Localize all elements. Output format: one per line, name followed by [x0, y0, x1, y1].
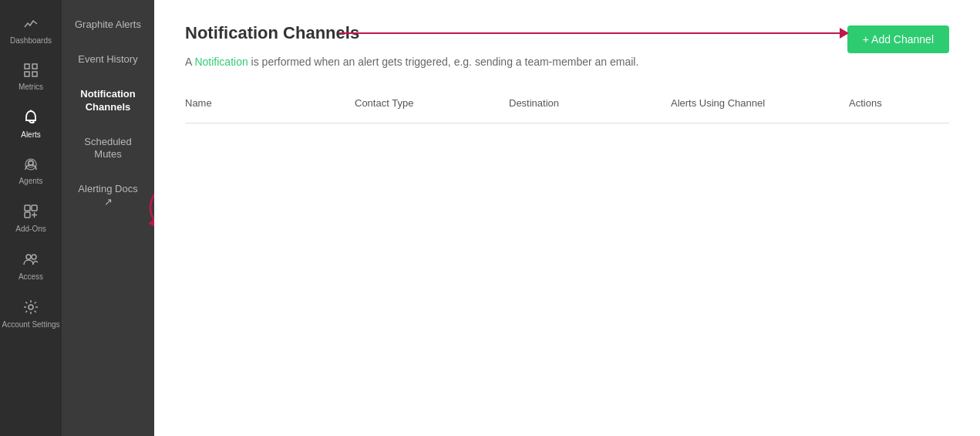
main-content: Notification Channels + Add Channel A No…: [154, 0, 980, 436]
submenu-item-event-history[interactable]: Event History: [62, 42, 154, 77]
svg-rect-9: [32, 205, 37, 211]
dashboards-icon: [24, 17, 38, 33]
sidebar-item-add-ons[interactable]: Add-Ons: [0, 194, 62, 242]
svg-rect-8: [25, 205, 30, 211]
sidebar-item-label-agents: Agents: [19, 177, 42, 185]
submenu-item-graphite-alerts[interactable]: Graphite Alerts: [62, 8, 154, 42]
channels-table: Name Contact Type Destination Alerts Usi…: [185, 91, 949, 286]
account-settings-icon: [23, 299, 39, 317]
svg-rect-3: [32, 72, 37, 76]
arrow-annotation: [339, 32, 849, 34]
description-suffix: is performed when an alert gets triggere…: [248, 56, 639, 68]
svg-point-12: [32, 255, 36, 259]
submenu: Graphite Alerts Event History Notificati…: [62, 0, 154, 436]
svg-point-11: [26, 255, 31, 259]
svg-point-13: [29, 305, 33, 309]
svg-rect-1: [32, 64, 37, 69]
sidebar-item-label-access: Access: [19, 272, 43, 281]
col-header-contact-type: Contact Type: [355, 91, 509, 115]
sidebar-item-alerts[interactable]: Alerts: [0, 100, 62, 148]
svg-rect-2: [25, 72, 29, 76]
sidebar-item-access[interactable]: Access: [0, 242, 62, 290]
sidebar-item-account-settings[interactable]: Account Settings: [0, 290, 62, 338]
sidebar-item-label-add-ons: Add-Ons: [15, 225, 45, 233]
description-text: A Notification is performed when an aler…: [185, 56, 949, 68]
submenu-item-notification-channels[interactable]: Notification Channels: [62, 77, 154, 125]
notification-link[interactable]: Notification: [194, 56, 248, 68]
alerts-icon: [23, 110, 39, 127]
table-body: [185, 131, 949, 286]
metrics-icon: [24, 63, 38, 79]
sidebar-item-agents[interactable]: Agents: [0, 148, 62, 194]
agents-icon: [24, 157, 38, 174]
sidebar-item-dashboards[interactable]: Dashboards: [0, 8, 62, 54]
page-header: Notification Channels + Add Channel: [185, 23, 949, 56]
svg-rect-0: [25, 64, 29, 69]
arrow-line: [339, 32, 840, 34]
sidebar-item-metrics[interactable]: Metrics: [0, 54, 62, 100]
col-header-destination: Destination: [509, 91, 671, 115]
add-ons-icon: [23, 204, 39, 221]
add-channel-button[interactable]: + Add Channel: [847, 25, 949, 53]
submenu-item-scheduled-mutes[interactable]: Scheduled Mutes: [62, 125, 154, 173]
sidebar-item-label-alerts: Alerts: [21, 130, 41, 139]
page-title: Notification Channels: [185, 23, 359, 43]
description-prefix: A: [185, 56, 194, 68]
svg-rect-10: [25, 212, 30, 218]
sidebar-item-label-dashboards: Dashboards: [10, 36, 52, 45]
access-icon: [23, 252, 39, 269]
sidebar-item-label-account-settings: Account Settings: [2, 320, 59, 329]
col-header-actions: Actions: [849, 91, 949, 115]
col-header-name: Name: [185, 91, 355, 115]
table-header-row: Name Contact Type Destination Alerts Usi…: [185, 91, 949, 123]
col-header-alerts-using-channel: Alerts Using Channel: [671, 91, 849, 115]
submenu-item-alerting-docs[interactable]: Alerting Docs ↗: [62, 172, 154, 220]
sidebar: Dashboards Metrics Alerts: [0, 0, 62, 436]
sidebar-item-label-metrics: Metrics: [19, 83, 43, 91]
